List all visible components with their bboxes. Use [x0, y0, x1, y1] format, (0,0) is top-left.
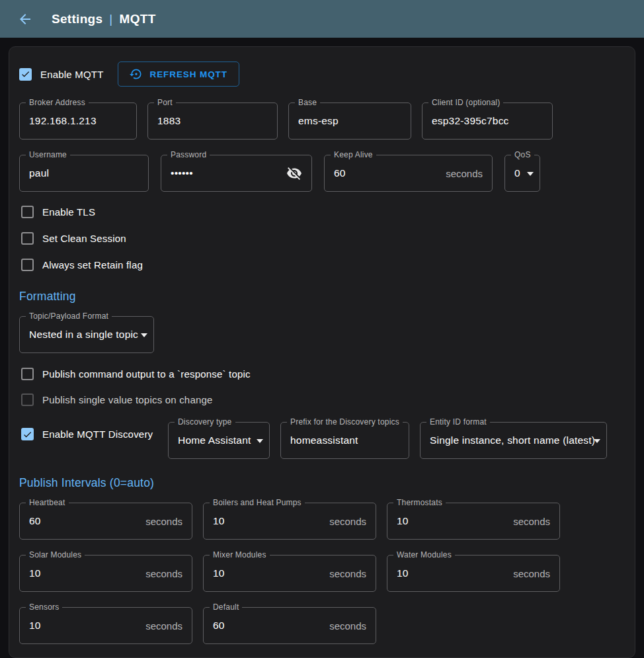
retain-flag-checkbox-row[interactable]: Always set Retain flag — [21, 257, 627, 272]
broker-address-value: 192.168.1.213 — [29, 115, 97, 127]
refresh-restore-icon — [130, 67, 143, 81]
qos-select[interactable]: QoS 0 — [504, 155, 540, 192]
base-label: Base — [295, 98, 320, 107]
interval-label: Default — [210, 602, 242, 612]
keep-alive-field[interactable]: Keep Alive 60 seconds — [324, 155, 493, 192]
publish-response-checkbox[interactable] — [21, 368, 34, 380]
enable-tls-label: Enable TLS — [42, 206, 95, 218]
client-id-field[interactable]: Client ID (optional) esp32-395c7bcc — [422, 103, 553, 140]
entity-format-value: Single instance, short name (latest) — [430, 434, 595, 446]
entity-format-select[interactable]: Entity ID format Single instance, short … — [420, 422, 607, 459]
discovery-row: Enable MQTT Discovery Discovery type Hom… — [19, 422, 627, 459]
interval-mixer-field[interactable]: Mixer Modules 10 seconds — [203, 555, 376, 592]
base-value: ems-esp — [298, 115, 339, 127]
dropdown-caret-icon — [141, 333, 147, 337]
interval-value: 60 — [213, 620, 225, 632]
interval-default-field[interactable]: Default 60 seconds — [203, 607, 376, 644]
refresh-mqtt-button-label: REFRESH MQTT — [150, 69, 227, 79]
interval-value: 10 — [397, 515, 409, 527]
client-id-value: esp32-395c7bcc — [432, 115, 509, 127]
publish-single-label: Publish single value topics on change — [42, 394, 213, 405]
interval-sensors-field[interactable]: Sensors 10 seconds — [19, 607, 192, 644]
enable-mqtt-checkbox[interactable] — [19, 68, 32, 81]
interval-label: Water Modules — [393, 550, 455, 559]
discovery-enable-checkbox-row[interactable]: Enable MQTT Discovery — [21, 428, 157, 440]
topic-format-select[interactable]: Topic/Payload Format Nested in a single … — [19, 316, 154, 353]
interval-value: 10 — [29, 620, 41, 632]
interval-label: Thermostats — [393, 498, 446, 507]
qos-value: 0 — [514, 167, 520, 179]
interval-value: 10 — [29, 567, 41, 579]
discovery-enable-checkbox[interactable] — [21, 428, 34, 440]
keep-alive-unit: seconds — [440, 168, 483, 179]
interval-unit: seconds — [140, 620, 182, 632]
interval-solar-field[interactable]: Solar Modules 10 seconds — [19, 555, 192, 592]
interval-unit: seconds — [508, 568, 550, 579]
interval-unit: seconds — [324, 516, 366, 527]
discovery-type-label: Discovery type — [175, 417, 235, 427]
topic-format-label: Topic/Payload Format — [26, 311, 112, 321]
port-value: 1883 — [157, 115, 181, 127]
enable-tls-checkbox[interactable] — [21, 206, 34, 218]
interval-thermostats-field[interactable]: Thermostats 10 seconds — [387, 503, 560, 540]
password-label: Password — [167, 150, 210, 159]
retain-flag-checkbox[interactable] — [21, 259, 34, 271]
connection-options: Enable TLS Set Clean Session Always set … — [21, 204, 627, 272]
visibility-off-icon[interactable] — [286, 165, 302, 181]
broker-address-label: Broker Address — [26, 98, 89, 107]
base-field[interactable]: Base ems-esp — [288, 103, 411, 140]
page-title-settings: Settings — [52, 12, 102, 26]
discovery-type-value: Home Assistant — [178, 434, 251, 446]
dropdown-caret-icon — [527, 172, 534, 176]
interval-value: 10 — [397, 567, 409, 579]
username-field[interactable]: Username paul — [19, 155, 149, 192]
connection-fields-row-1: Broker Address 192.168.1.213 Port 1883 B… — [19, 103, 627, 140]
page-title-mqtt: MQTT — [120, 12, 156, 26]
interval-unit: seconds — [140, 516, 182, 527]
enable-mqtt-row: Enable MQTT REFRESH MQTT — [19, 62, 627, 87]
interval-unit: seconds — [324, 620, 366, 632]
interval-value: 10 — [213, 567, 225, 579]
app-bar: Settings | MQTT — [0, 0, 644, 38]
dropdown-caret-icon — [257, 439, 263, 443]
broker-address-field[interactable]: Broker Address 192.168.1.213 — [19, 103, 137, 140]
publish-single-checkbox — [21, 393, 34, 406]
password-field[interactable]: Password •••••• — [161, 155, 312, 192]
username-value: paul — [29, 167, 49, 179]
interval-unit: seconds — [140, 568, 182, 579]
discovery-prefix-value: homeassistant — [290, 434, 358, 446]
check-icon — [22, 429, 32, 440]
connection-fields-row-2: Username paul Password •••••• Keep Alive… — [19, 155, 627, 192]
discovery-prefix-field[interactable]: Prefix for the Discovery topics homeassi… — [280, 422, 409, 459]
interval-boilers-field[interactable]: Boilers and Heat Pumps 10 seconds — [203, 503, 376, 540]
interval-label: Solar Modules — [26, 550, 85, 559]
discovery-enable-label: Enable MQTT Discovery — [42, 429, 153, 440]
clean-session-checkbox[interactable] — [21, 232, 34, 245]
intervals-heading: Publish Intervals (0=auto) — [19, 476, 627, 490]
port-label: Port — [154, 98, 176, 107]
entity-format-label: Entity ID format — [426, 417, 490, 427]
formatting-heading: Formatting — [19, 290, 627, 304]
interval-heartbeat-field[interactable]: Heartbeat 60 seconds — [19, 503, 192, 540]
enable-mqtt-checkbox-row[interactable]: Enable MQTT — [19, 68, 104, 81]
interval-label: Boilers and Heat Pumps — [210, 498, 305, 507]
topic-format-row: Topic/Payload Format Nested in a single … — [19, 316, 627, 353]
qos-label: QoS — [511, 150, 534, 159]
mqtt-settings-card: Enable MQTT REFRESH MQTT Broker Address … — [9, 46, 635, 658]
publish-response-checkbox-row[interactable]: Publish command output to a `response` t… — [21, 366, 627, 382]
interval-water-field[interactable]: Water Modules 10 seconds — [387, 555, 560, 592]
enable-tls-checkbox-row[interactable]: Enable TLS — [21, 204, 627, 220]
interval-label: Heartbeat — [26, 498, 69, 507]
clean-session-label: Set Clean Session — [42, 233, 126, 244]
port-field[interactable]: Port 1883 — [147, 103, 278, 140]
publish-response-label: Publish command output to a `response` t… — [42, 368, 251, 380]
keep-alive-label: Keep Alive — [331, 150, 376, 159]
back-arrow-icon[interactable] — [16, 10, 34, 28]
interval-value: 10 — [213, 515, 225, 527]
refresh-mqtt-button[interactable]: REFRESH MQTT — [118, 62, 239, 87]
discovery-type-select[interactable]: Discovery type Home Assistant — [168, 422, 270, 459]
clean-session-checkbox-row[interactable]: Set Clean Session — [21, 230, 627, 246]
intervals-grid: Heartbeat 60 seconds Boilers and Heat Pu… — [19, 503, 627, 644]
enable-mqtt-label: Enable MQTT — [40, 69, 104, 80]
interval-label: Sensors — [26, 602, 62, 612]
